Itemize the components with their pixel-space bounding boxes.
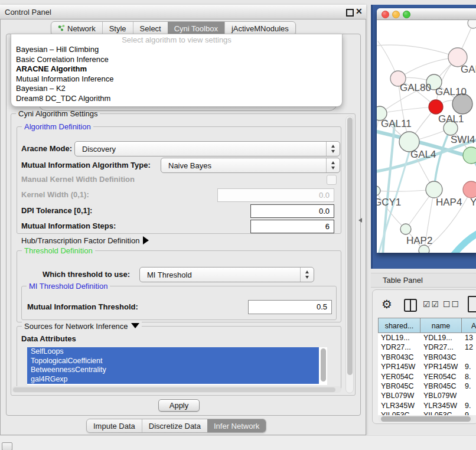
table-cell[interactable]: 9.	[462, 401, 476, 410]
table-cell[interactable]	[462, 391, 476, 400]
table-row[interactable]: YLR345WYLR345W9.	[378, 401, 476, 410]
select-all-icon[interactable]: ☑☑	[423, 299, 440, 309]
horizontal-scrollbar[interactable]	[12, 386, 341, 393]
network-node[interactable]	[468, 20, 476, 28]
network-node-hap4[interactable]	[426, 181, 442, 198]
table-cell[interactable]: YPR145W	[378, 362, 420, 371]
network-node-hap2[interactable]	[400, 224, 411, 234]
apply-button[interactable]: Apply	[158, 399, 200, 412]
table-cell[interactable]: YLR345W	[420, 401, 462, 410]
table-cell[interactable]: 12	[462, 343, 476, 352]
manual-kernel-checkbox[interactable]	[327, 175, 337, 185]
dropdown-item[interactable]: Basic Correlation Inference	[11, 55, 342, 65]
column-header[interactable]: name	[420, 318, 462, 333]
table-cell[interactable]: YBR043C	[378, 353, 420, 362]
table-row[interactable]: YBL079WYBL079W	[378, 391, 476, 400]
splitter-handle-icon[interactable]	[358, 218, 362, 223]
attributes-scrollbar-thumb[interactable]	[321, 348, 326, 381]
expand-arrow-icon[interactable]	[143, 236, 149, 244]
network-canvas[interactable]: GALGAL80GAL10GAL1GAL11SWI4GAL4GCY1HAP4YH…	[377, 20, 476, 253]
table-cell[interactable]: YBR045C	[378, 381, 420, 391]
float-window-icon[interactable]	[346, 9, 354, 17]
table-row[interactable]: YDR27...YDR27...12	[378, 343, 476, 352]
dpi-tolerance-field[interactable]: 0.0	[250, 204, 334, 218]
which-threshold-combobox[interactable]: MI Threshold	[139, 267, 314, 282]
horizontal-scrollbar-thumb[interactable]	[13, 387, 335, 392]
mi-threshold-field[interactable]: 0.5	[248, 300, 332, 314]
table-cell[interactable]: YDL19...	[420, 333, 462, 343]
table-row[interactable]: YER054CYER054C8.	[378, 372, 476, 381]
table-cell[interactable]: YIL053C	[378, 410, 420, 415]
control-panel-titlebar[interactable]	[0, 5, 366, 19]
dropdown-item[interactable]: ARACNE Algorithm	[11, 64, 342, 74]
table-cell[interactable]: YBL079W	[378, 391, 420, 400]
table-row[interactable]: YDL19...YDL19...13	[378, 333, 476, 343]
table-cell[interactable]: 9.	[462, 410, 476, 415]
table-cell[interactable]: YER054C	[420, 372, 462, 381]
tab-cyni-toolbox[interactable]: Cyni Toolbox	[168, 22, 224, 35]
table-row[interactable]: YBR043CYBR043C	[378, 353, 476, 362]
table-cell[interactable]: 9.	[462, 381, 476, 391]
attribute-item[interactable]: SelfLoops	[27, 347, 319, 357]
network-node[interactable]	[463, 147, 476, 164]
column-header[interactable]: A	[462, 318, 476, 333]
network-node-gcy1[interactable]	[377, 186, 380, 195]
table-cell[interactable]: YDR27...	[378, 343, 420, 352]
attribute-item[interactable]: TopologicalCoefficient	[27, 357, 319, 366]
table-cell[interactable]: YPR145W	[420, 362, 462, 371]
table-cell[interactable]: YDL19...	[378, 333, 420, 343]
table-cell[interactable]: 8.	[462, 372, 476, 381]
settings-scrollbar[interactable]	[345, 116, 354, 393]
column-header[interactable]: shared...	[378, 318, 420, 333]
hub-definition-expander[interactable]: Hub/Transcription Factor Definition	[21, 236, 149, 246]
minimize-window-button[interactable]	[392, 11, 400, 18]
dropdown-item[interactable]: Bayesian – Hill Climbing	[11, 45, 342, 55]
table-row[interactable]: YPR145WYPR145W9.	[378, 362, 476, 371]
dropdown-item[interactable]: Bayesian – K2	[11, 84, 342, 94]
table-cell[interactable]: YBL079W	[420, 391, 462, 400]
tab-discretize-data[interactable]: Discretize Data	[142, 419, 207, 432]
tab-impute-data[interactable]: Impute Data	[87, 419, 142, 432]
minimized-panel-grip[interactable]	[2, 442, 12, 450]
table-cell[interactable]	[462, 353, 476, 362]
mi-steps-field[interactable]: 6	[250, 220, 334, 233]
network-edge[interactable]	[377, 113, 380, 174]
table-horizontal-scrollbar-thumb[interactable]	[381, 416, 471, 422]
gear-icon[interactable]: ⚙	[382, 297, 392, 311]
zoom-window-button[interactable]	[403, 11, 410, 18]
table-row[interactable]: YBR045CYBR045C9.	[378, 381, 476, 391]
attribute-item[interactable]: gal4RGexp	[27, 375, 319, 384]
export-table-icon[interactable]	[468, 296, 476, 312]
table-cell[interactable]: YDR27...	[420, 343, 462, 352]
attribute-item[interactable]: BetweennessCentrality	[27, 366, 319, 375]
tab-jactivemnodules[interactable]: jActiveMNodules	[224, 22, 295, 35]
table-cell[interactable]: YER054C	[378, 372, 420, 381]
table-cell[interactable]: 9.	[462, 362, 476, 371]
aracne-mode-combobox[interactable]: Discovery	[74, 141, 340, 156]
table-cell[interactable]: 13	[462, 333, 476, 343]
tab-network[interactable]: Network	[51, 22, 102, 35]
mi-algorithm-type-combobox[interactable]: Naive Bayes	[161, 158, 340, 173]
collapse-arrow-icon[interactable]	[131, 323, 139, 328]
table-cell[interactable]: YLR345W	[378, 401, 420, 410]
network-node-gal1[interactable]	[429, 100, 443, 114]
kernel-width-field[interactable]: 0.0	[217, 188, 334, 202]
close-icon[interactable]: ✕	[356, 6, 363, 16]
table-cell[interactable]: YBR045C	[420, 381, 462, 391]
table-row[interactable]: YIL053CYIL053C9.	[378, 410, 476, 415]
columns-icon[interactable]	[404, 299, 417, 312]
dropdown-item[interactable]: Mutual Information Inference	[11, 74, 342, 84]
sources-group-title[interactable]: Sources for Network Inference	[22, 322, 142, 331]
network-node-y[interactable]	[463, 181, 476, 198]
table-cell[interactable]: YBR043C	[420, 353, 462, 362]
network-edge[interactable]	[377, 45, 458, 57]
settings-scrollbar-thumb[interactable]	[347, 118, 353, 375]
network-graph[interactable]: GALGAL80GAL10GAL1GAL11SWI4GAL4GCY1HAP4YH…	[377, 20, 476, 253]
close-window-button[interactable]	[382, 11, 389, 18]
tab-infer-network[interactable]: Infer Network	[207, 419, 266, 432]
network-edge[interactable]	[434, 128, 451, 190]
network-edge[interactable]	[452, 228, 476, 253]
clear-selection-icon[interactable]: ☐☐	[443, 299, 460, 309]
tab-style[interactable]: Style	[102, 22, 133, 35]
tab-select[interactable]: Select	[133, 22, 168, 35]
